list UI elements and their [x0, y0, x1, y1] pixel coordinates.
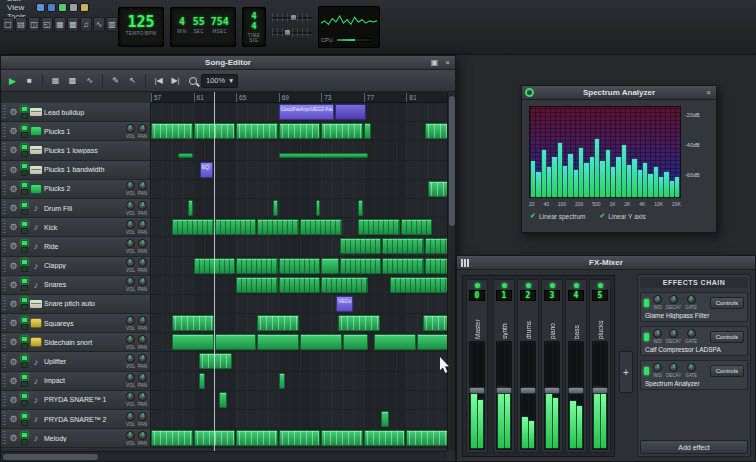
track-gear-icon[interactable]: ⚙ [8, 376, 19, 386]
time-display[interactable]: 4MIN 55SEC 754MSEC [170, 7, 236, 47]
track-grip-handle[interactable] [3, 316, 6, 330]
track-name[interactable]: Drum Fill [44, 205, 124, 212]
pattern-segment[interactable] [382, 238, 424, 254]
pan-knob[interactable] [138, 412, 147, 421]
vertical-scrollbar[interactable] [447, 92, 455, 451]
track-name[interactable]: Snares [44, 281, 124, 288]
fx-channel-master[interactable]: 0Master [466, 279, 488, 453]
track-lane[interactable] [151, 333, 447, 352]
channel-number-lcd[interactable]: 5 [592, 290, 608, 301]
solo-led[interactable] [21, 420, 28, 426]
solo-led[interactable] [21, 304, 28, 310]
channel-led[interactable] [475, 283, 480, 288]
solo-led[interactable] [21, 189, 28, 195]
checkbox-checked-icon[interactable]: ✔ [530, 212, 536, 220]
mute-led[interactable] [21, 182, 28, 188]
track-name[interactable]: Snare pitch auto [44, 300, 148, 307]
pattern-segment[interactable] [257, 219, 299, 235]
mute-led[interactable] [21, 221, 28, 227]
option-linear-spectrum[interactable]: ✔Linear spectrum [530, 212, 585, 220]
volume-knob[interactable] [126, 239, 135, 248]
channel-name[interactable]: plucks [597, 303, 604, 339]
track-name[interactable]: Impact [44, 377, 124, 384]
solo-led[interactable] [21, 247, 28, 253]
effect-slot[interactable]: W/DDECAYGATEControlsSpectrum Analyzer [640, 360, 748, 390]
channel-led[interactable] [550, 283, 555, 288]
solo-led[interactable] [21, 170, 28, 176]
pattern-segment[interactable] [364, 123, 371, 139]
pattern-segment[interactable] [215, 334, 257, 350]
master-pitch-slider[interactable] [272, 28, 312, 37]
pattern-segment[interactable] [257, 334, 299, 350]
jump-start-button[interactable]: |◀ [151, 73, 166, 89]
pan-knob[interactable] [138, 354, 147, 363]
effect-gate-knob[interactable] [687, 363, 696, 372]
channel-number-lcd[interactable]: 3 [544, 290, 560, 301]
pattern-segment[interactable] [358, 219, 400, 235]
mute-led[interactable] [21, 106, 28, 112]
track-name[interactable]: Ride [44, 243, 124, 250]
effect-slot[interactable]: W/DDECAYGATEControlsGlame Highpass Filte… [640, 292, 748, 322]
open-project-icon[interactable]: ▤ [15, 17, 27, 32]
play-button[interactable]: ▶ [5, 73, 20, 89]
track-lane[interactable] [151, 180, 447, 199]
track-panel[interactable]: ⚙Plucks 1 bandwidth [1, 161, 151, 180]
fader-handle[interactable] [592, 387, 608, 394]
fader-handle[interactable] [520, 387, 536, 394]
bb-editor-toggle-icon[interactable]: ▩ [67, 17, 79, 32]
track-gear-icon[interactable]: ⚙ [8, 280, 19, 290]
pattern-segment[interactable] [428, 181, 447, 197]
track-lane[interactable] [151, 429, 447, 448]
channel-fader[interactable] [544, 341, 560, 450]
track-grip-handle[interactable] [3, 163, 6, 177]
track-lane[interactable] [151, 314, 447, 333]
pattern-segment[interactable] [358, 200, 362, 216]
track-lane[interactable]: EQ [151, 161, 447, 180]
channel-fader[interactable] [592, 341, 608, 450]
channel-name[interactable]: synth [501, 303, 508, 339]
fader-handle[interactable] [496, 387, 512, 394]
scratchpad-icon[interactable] [80, 3, 89, 12]
pattern-segment[interactable] [215, 219, 257, 235]
track-panel[interactable]: ⚙♪Drum FillVOLPAN [1, 199, 151, 218]
track-grip-handle[interactable] [3, 124, 6, 138]
track-grip-handle[interactable] [3, 259, 6, 273]
track-gear-icon[interactable]: ⚙ [8, 357, 19, 367]
pattern-segment[interactable] [425, 258, 447, 274]
mute-led[interactable] [21, 317, 28, 323]
pattern-segment[interactable] [417, 334, 447, 350]
automation-editor-toggle-icon[interactable]: ∿ [93, 17, 105, 32]
pattern-segment[interactable] [279, 277, 321, 293]
pattern-segment[interactable] [257, 315, 299, 331]
channel-number-lcd[interactable]: 2 [520, 290, 536, 301]
track-name[interactable]: Plucks 1 lowpass [44, 147, 148, 154]
track-gear-icon[interactable]: ⚙ [8, 184, 19, 194]
track-name[interactable]: PRYDA SNARE™ 2 [44, 416, 124, 423]
mute-led[interactable] [21, 163, 28, 169]
track-name[interactable]: Kick [44, 224, 124, 231]
checkbox-checked-icon[interactable]: ✔ [599, 212, 605, 220]
fx-channel-drums[interactable]: 2drums [517, 279, 539, 453]
channel-number-lcd[interactable]: 0 [469, 290, 485, 301]
pattern-segment[interactable] [425, 123, 447, 139]
timesig-denominator[interactable]: 4 [243, 21, 265, 31]
track-lane[interactable] [151, 218, 447, 237]
pattern-segment[interactable] [279, 430, 321, 446]
solo-led[interactable] [21, 400, 28, 406]
track-gear-icon[interactable]: ⚙ [8, 395, 19, 405]
fx-mixer-toggle-icon[interactable]: ▥ [106, 17, 118, 32]
song-editor-toggle-icon[interactable]: ▦ [54, 17, 66, 32]
volume-knob[interactable] [126, 277, 135, 286]
pattern-segment[interactable] [340, 238, 382, 254]
volume-knob[interactable] [126, 201, 135, 210]
track-lane[interactable] [151, 122, 447, 141]
track-panel[interactable]: ⚙♪ImpactVOLPAN [1, 372, 151, 391]
channel-led[interactable] [574, 283, 579, 288]
pattern-segment[interactable] [390, 277, 447, 293]
channel-number-lcd[interactable]: 1 [496, 290, 512, 301]
pattern-segment[interactable] [172, 219, 214, 235]
mute-led[interactable] [21, 413, 28, 419]
effect-gate-knob[interactable] [687, 329, 696, 338]
volume-knob[interactable] [126, 373, 135, 382]
track-grip-handle[interactable] [3, 278, 6, 292]
